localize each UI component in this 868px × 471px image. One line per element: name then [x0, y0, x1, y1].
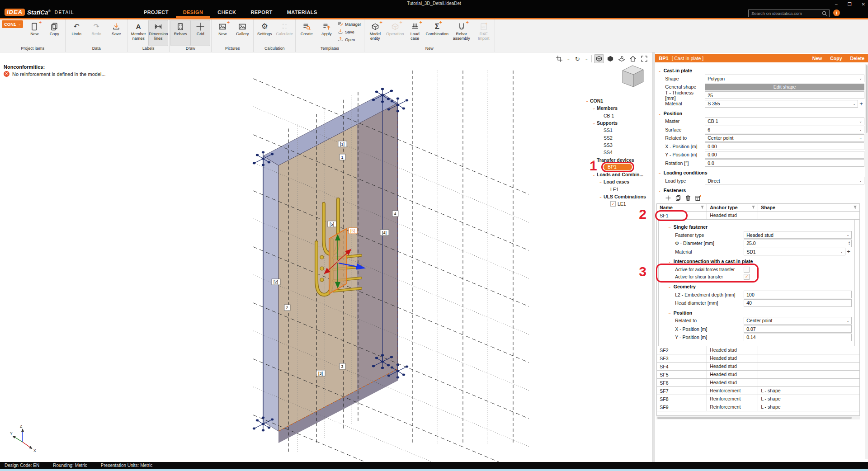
- column-header-name[interactable]: Name: [657, 205, 707, 210]
- table-row-sf8[interactable]: SF8ReinforcementL - shape: [657, 395, 859, 403]
- table-row-sf6[interactable]: SF6Headed stud: [657, 379, 859, 387]
- ribbon-button-load-case[interactable]: +Load case: [405, 20, 425, 46]
- ribbon-button-redo[interactable]: ↷Redo: [86, 20, 106, 46]
- close-button[interactable]: ✕: [862, 2, 865, 7]
- table-row-sf1[interactable]: SF1Headed stud: [657, 212, 859, 220]
- table-row-sf2[interactable]: SF2Headed stud: [657, 346, 859, 354]
- orbit-caret[interactable]: ⌄: [584, 54, 589, 63]
- checkbox-unchecked[interactable]: [744, 267, 750, 273]
- new-button[interactable]: New: [812, 56, 822, 61]
- column-header-anchor-type[interactable]: Anchor type: [707, 204, 758, 212]
- copy-button[interactable]: Copy: [830, 56, 842, 61]
- spinner-arrows[interactable]: ▴▾: [847, 241, 851, 245]
- minimize-button[interactable]: –: [835, 2, 838, 7]
- ribbon-button-rebars[interactable]: Rebars: [170, 20, 190, 46]
- tree-item-supports[interactable]: ⌄Supports: [584, 119, 652, 127]
- select-related-to[interactable]: Center point⌄: [744, 317, 852, 325]
- section-header-cast-in-plate[interactable]: ⌄Cast-in plate: [658, 68, 864, 73]
- project-selector[interactable]: CON1⌄: [2, 20, 23, 28]
- select-material[interactable]: SD1⌄: [744, 248, 845, 255]
- chevron-down-icon[interactable]: ⌄: [591, 106, 597, 110]
- tree-item-con1[interactable]: ⌄CON1: [584, 97, 652, 104]
- ribbon-button-new[interactable]: +New: [212, 20, 232, 46]
- input-rotation[interactable]: 0.0: [705, 159, 864, 167]
- add-material-button[interactable]: +: [845, 248, 852, 255]
- tab-project[interactable]: PROJECT: [137, 8, 176, 18]
- table-row-sf9[interactable]: SF9ReinforcementL - shape: [657, 403, 859, 411]
- tree-item-loads-and-combin[interactable]: ⌄Loads and Combin...: [584, 171, 652, 178]
- 3d-viewport[interactable]: [1] 1 [2] 2 [3] 3 [4] 4 [5] [6] Z: [0, 52, 652, 462]
- orbit-icon[interactable]: ↻: [572, 54, 582, 63]
- ribbon-button-save[interactable]: Save: [106, 20, 126, 46]
- tree-checkbox[interactable]: ✓: [610, 201, 616, 207]
- section-crop-icon[interactable]: [554, 54, 564, 63]
- select-material[interactable]: S 355⌄: [705, 100, 858, 108]
- export-table-icon[interactable]: [695, 195, 701, 202]
- tree-item-ss3[interactable]: SS3: [584, 141, 652, 149]
- filter-icon[interactable]: [700, 205, 704, 210]
- ribbon-button-grid[interactable]: Grid: [190, 20, 210, 46]
- ribbon-button-manager[interactable]: Manager: [337, 21, 361, 28]
- chevron-down-icon[interactable]: ⌄: [591, 121, 597, 125]
- ribbon-button-model-entity[interactable]: +Model entity: [365, 20, 385, 46]
- ribbon-button-apply[interactable]: Apply: [316, 20, 336, 46]
- ribbon-button-dxf-import[interactable]: DXFDXF Import: [474, 20, 494, 46]
- filter-icon[interactable]: [751, 204, 755, 212]
- select-master[interactable]: CB 1⌄: [705, 118, 864, 125]
- table-row-sf4[interactable]: SF4Headed stud: [657, 363, 859, 371]
- input-l2-embedment-depth-mm[interactable]: 100: [744, 291, 852, 298]
- select-fastener-type[interactable]: Headed stud⌄: [744, 231, 852, 239]
- input-head-diameter-mm[interactable]: 40: [744, 299, 852, 307]
- section-header-single-fastener[interactable]: ⌄Single fastener: [668, 224, 852, 230]
- input-x-position-m[interactable]: 0.07: [744, 325, 852, 333]
- filter-icon[interactable]: [853, 204, 857, 212]
- select-surface[interactable]: 6⌄: [705, 126, 864, 133]
- add-material-button[interactable]: +: [858, 100, 864, 107]
- ribbon-button-open[interactable]: Open: [337, 36, 361, 43]
- delete-fastener-icon[interactable]: [685, 195, 691, 202]
- tree-item-ss2[interactable]: SS2: [584, 134, 652, 141]
- ribbon-button-dimension-lines[interactable]: Dimension lines: [148, 20, 168, 46]
- ribbon-button-rebar-assembly[interactable]: +Rebar assembly: [449, 20, 474, 46]
- ribbon-button-combination[interactable]: Σ+Combination: [425, 20, 449, 46]
- select-shape[interactable]: Polygon⌄: [705, 75, 864, 82]
- solid-cube-icon[interactable]: [605, 54, 615, 63]
- tree-item-cb-1[interactable]: CB 1: [584, 112, 652, 119]
- ribbon-button-copy[interactable]: Copy: [44, 20, 64, 46]
- delete-button[interactable]: Delete: [850, 56, 864, 61]
- section-header-fasteners[interactable]: ⌄Fasteners: [658, 188, 864, 193]
- maximize-button[interactable]: ❐: [848, 2, 852, 7]
- ribbon-button-new[interactable]: +New: [24, 20, 44, 46]
- tree-item-le1[interactable]: LE1: [584, 186, 652, 193]
- ribbon-button-create[interactable]: Create: [297, 20, 316, 46]
- chevron-down-icon[interactable]: ⌄: [598, 179, 604, 184]
- tree-item-transfer-devices[interactable]: ⌄Transfer devices: [584, 156, 652, 163]
- zoom-extents-icon[interactable]: [639, 54, 649, 63]
- tree-item-load-cases[interactable]: ⌄Load cases: [584, 178, 652, 185]
- tab-report[interactable]: REPORT: [243, 8, 279, 18]
- table-row-sf7[interactable]: SF7ReinforcementL - shape: [657, 387, 859, 395]
- tab-check[interactable]: CHECK: [210, 8, 243, 18]
- ribbon-button-calculate[interactable]: + −× ÷Calculate: [274, 20, 294, 46]
- tab-design[interactable]: DESIGN: [176, 8, 211, 18]
- vertical-scrollbar[interactable]: [865, 64, 868, 459]
- chevron-down-icon[interactable]: ⌄: [591, 158, 597, 162]
- column-header-shape[interactable]: Shape: [758, 204, 859, 212]
- chevron-down-icon[interactable]: ⌄: [591, 172, 597, 177]
- tree-item-ss4[interactable]: SS4: [584, 149, 652, 156]
- section-header-position[interactable]: ⌄Position: [658, 111, 864, 116]
- horizontal-scrollbar[interactable]: [656, 416, 860, 419]
- input-diameter-mm[interactable]: 25.0▴▾: [744, 240, 852, 247]
- ribbon-button-gallery[interactable]: Gallery: [232, 20, 252, 46]
- input-y-position-m[interactable]: 0.14: [744, 334, 852, 341]
- ribbon-button-settings[interactable]: ⚙Settings: [255, 20, 274, 46]
- select-load-type[interactable]: Direct⌄: [705, 177, 864, 184]
- table-row-sf3[interactable]: SF3Headed stud: [657, 354, 859, 363]
- ribbon-button-undo[interactable]: ↶Undo: [66, 20, 86, 46]
- wireframe-cube-icon[interactable]: [594, 54, 604, 63]
- crop-caret[interactable]: ⌄: [566, 54, 571, 63]
- view-cube[interactable]: [623, 66, 643, 87]
- account-icon[interactable]: i: [833, 9, 840, 16]
- tree-item-bp1[interactable]: BP1: [584, 164, 652, 171]
- add-fastener-icon[interactable]: [665, 195, 671, 202]
